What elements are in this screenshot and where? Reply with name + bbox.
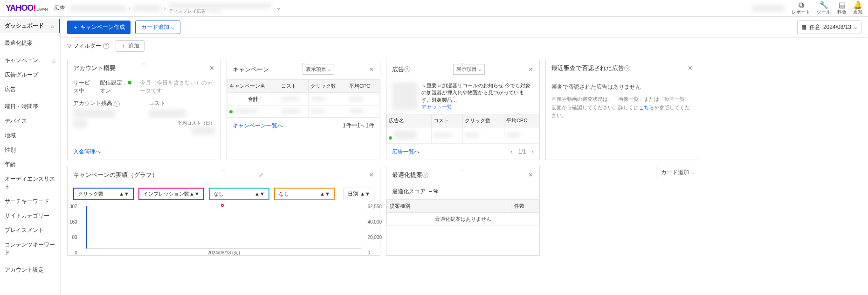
updown-icon: ▲▼ <box>189 191 200 197</box>
chart-plot[interactable] <box>86 206 361 249</box>
close-icon[interactable]: × <box>368 65 374 74</box>
drag-handle-icon[interactable]: ═ <box>221 168 226 173</box>
nav-notification[interactable]: 🔔通知 <box>853 1 862 15</box>
metric-select-4[interactable]: なし▲▼ <box>274 188 335 200</box>
filter-button[interactable]: ▽フィルター ? <box>67 42 109 50</box>
sidebar-item-campaign[interactable]: キャンペーン⌂ <box>0 53 60 68</box>
updown-icon: ▲▼ <box>360 191 370 197</box>
sidebar-item-searchkw[interactable]: サーチキーワード <box>0 194 60 209</box>
collapse-icon[interactable]: ⤢ <box>259 172 263 178</box>
create-campaign-button[interactable]: ＋キャンペーン作成 <box>67 21 131 34</box>
drag-handle-icon[interactable]: ═ <box>461 168 465 173</box>
period-note: 今月（今日を含まない）のデータです <box>140 79 215 95</box>
breadcrumb-item-3[interactable]: ディスプレイ広告 <box>169 3 271 14</box>
review-body: 審査で否認された広告はありません 画像や動画の審査状況は、「画像一覧」または「動… <box>546 77 699 126</box>
drag-handle-icon[interactable]: ═ <box>301 61 305 66</box>
ad-list-link[interactable]: 広告一覧へ <box>392 148 420 156</box>
metric-select-3[interactable]: なし▲▼ <box>209 188 269 200</box>
y-axis-left: 307 160 80 0 <box>69 204 77 255</box>
card-performance-graph: ═ キャンペーンの実績（グラフ） ⤢ × クリック数▲▼ インプレッション数▲▼… <box>67 166 380 256</box>
sidebar-item-region[interactable]: 地域 <box>0 128 60 143</box>
status-dot-icon <box>229 110 233 113</box>
filter-row: ▽フィルター ? ＋追加 <box>61 37 868 54</box>
sidebar-item-audience[interactable]: オーディエンスリスト <box>0 172 60 194</box>
sidebar-item-gender[interactable]: 性別 <box>0 143 60 157</box>
select-label: クリック数 <box>78 190 103 197</box>
home-icon: ⌂ <box>52 57 55 64</box>
table-row[interactable] <box>227 106 380 118</box>
campaign-table: キャンペーン名 コスト クリック数 平均CPC 合計 <box>227 79 380 118</box>
sidebar-item-adgroup[interactable]: 広告グループ <box>0 68 60 82</box>
col-cpc[interactable]: 平均CPC <box>347 80 379 93</box>
sidebar-item-label: 最適化提案 <box>5 39 33 47</box>
drag-handle-icon[interactable]: ═ <box>142 61 146 66</box>
sidebar-item-label: キャンペーン <box>5 56 38 64</box>
sidebar-item-placement[interactable]: プレイスメント <box>0 223 60 238</box>
logo-excl: ! <box>33 3 35 13</box>
updown-icon: ▲▼ <box>119 191 129 197</box>
sidebar-item-contentkw[interactable]: コンテンツキーワード <box>0 238 60 260</box>
tick: 80 <box>69 235 77 240</box>
pager-prev[interactable]: ‹ <box>510 148 513 155</box>
date-range-picker[interactable]: ▦ 任意 2024/08/13 ⌵ <box>797 21 861 34</box>
table-row[interactable] <box>387 127 539 143</box>
help-icon[interactable]: ? <box>103 43 109 49</box>
help-icon[interactable]: ? <box>624 65 630 71</box>
sidebar-item-account[interactable]: アカウント設定 <box>0 263 60 277</box>
sidebar-item-dow[interactable]: 曜日・時間帯 <box>0 99 60 114</box>
col-clicks[interactable]: クリック数 <box>309 80 347 93</box>
col-name[interactable]: キャンペーン名 <box>227 80 279 93</box>
tick: 20,000 <box>367 235 382 240</box>
sidebar-item-device[interactable]: デバイス <box>0 114 60 128</box>
close-icon[interactable]: × <box>687 64 693 72</box>
sidebar-item-optimize[interactable]: 最適化提案 <box>0 36 60 50</box>
score-label: 最適化スコア <box>392 188 426 195</box>
metric-select-2[interactable]: インプレッション数▲▼ <box>138 188 204 200</box>
close-icon[interactable]: × <box>528 65 534 74</box>
metric-select-1[interactable]: クリック数▲▼ <box>73 188 134 200</box>
breadcrumb-item-1[interactable] <box>70 5 126 12</box>
sidebar-item-age[interactable]: 年齢 <box>0 157 60 172</box>
add-filter-button[interactable]: ＋追加 <box>116 40 145 52</box>
help-icon[interactable]: i <box>114 101 120 107</box>
col-name[interactable]: 広告名 <box>387 114 432 127</box>
col-cost[interactable]: コスト <box>431 114 463 127</box>
col-cpc[interactable]: 平均CPC <box>504 114 539 127</box>
help-icon[interactable]: ? <box>404 66 410 72</box>
col-count: 件数 <box>511 199 539 212</box>
drag-handle-icon[interactable]: ═ <box>461 61 465 66</box>
display-items-select[interactable]: 表示項目⌵ <box>303 64 334 75</box>
add-card-button[interactable]: カード追加⌵ <box>135 21 180 34</box>
top-header: YAHOO!JAPAN 広告 › › ディスプレイ広告 ⌵ ⧉レポート 🔧ツール… <box>0 0 868 17</box>
breadcrumb-chevron[interactable]: ⌵ <box>277 5 280 11</box>
sidebar-item-dashboard[interactable]: ダッシュボード⌂ <box>0 19 60 33</box>
product-label: 広告 <box>54 4 65 12</box>
display-items-select[interactable]: 表示項目⌵ <box>453 64 485 75</box>
select-label: なし <box>279 190 289 197</box>
col-cost[interactable]: コスト <box>279 80 309 93</box>
close-icon[interactable]: × <box>209 64 215 72</box>
col-clicks[interactable]: クリック数 <box>463 114 504 127</box>
account-name[interactable] <box>752 5 785 12</box>
close-icon[interactable]: × <box>368 171 374 179</box>
cards-grid: ═ アカウント概要 × サービス中 配信設定：オン 今月（今日を含まない）のデー… <box>61 54 868 295</box>
date-value: 2024/08/13 <box>823 24 851 30</box>
sidebar-item-ad[interactable]: 広告 <box>0 82 60 97</box>
button-label: カード追加 <box>141 23 169 31</box>
sidebar-item-sitecat[interactable]: サイトカテゴリー <box>0 209 60 223</box>
period-select[interactable]: 日別▲▼ <box>344 188 374 200</box>
help-icon[interactable]: ? <box>422 172 428 178</box>
nav-tool[interactable]: 🔧ツール <box>817 1 831 15</box>
nav-report[interactable]: ⧉レポート <box>792 1 810 15</box>
review-help-link[interactable]: こちら <box>639 105 654 110</box>
deposit-link[interactable]: 入金管理へ <box>73 148 101 156</box>
campaign-list-link[interactable]: キャンペーン一覧へ <box>233 122 283 130</box>
pager-next[interactable]: › <box>531 148 534 155</box>
nav-fee[interactable]: ▤料金 <box>837 1 847 15</box>
asset-list-link[interactable]: アセット一覧 <box>421 104 452 110</box>
report-icon: ⧉ <box>799 1 804 9</box>
close-icon[interactable]: × <box>528 171 534 179</box>
breadcrumb-item-2[interactable] <box>133 5 161 12</box>
sidebar-item-label: 地域 <box>5 132 16 140</box>
add-card-button-secondary[interactable]: カード追加⌵ <box>656 166 699 179</box>
